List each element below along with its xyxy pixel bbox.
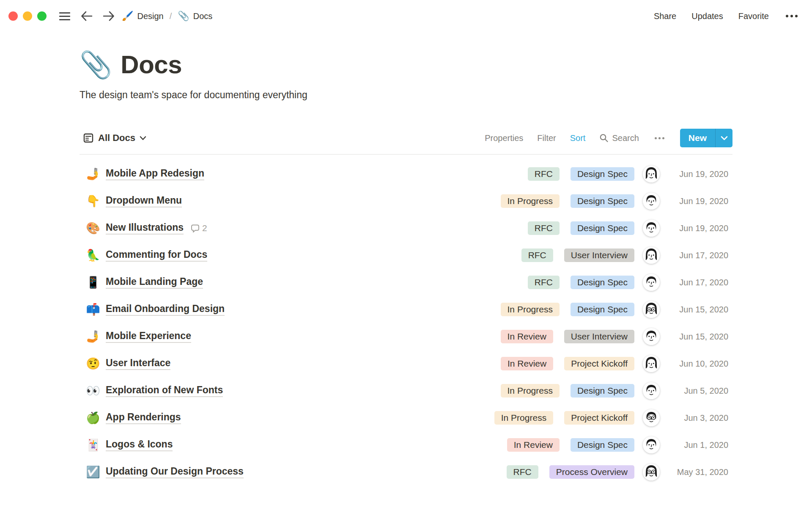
status-badge[interactable]: In Progress (501, 384, 560, 398)
more-options-button[interactable] (784, 13, 799, 19)
avatar (643, 436, 660, 453)
zoom-window-button[interactable] (37, 11, 47, 21)
doc-title-link[interactable]: Mobile Experience (106, 330, 191, 343)
status-badge[interactable]: In Review (501, 330, 553, 343)
status-badge[interactable]: In Review (507, 438, 560, 452)
assignee-cell[interactable] (642, 436, 661, 453)
doc-title-link[interactable]: App Renderings (106, 411, 181, 424)
status-badge[interactable]: RFC (528, 221, 560, 235)
doc-date[interactable]: Jun 19, 2020 (661, 224, 728, 233)
assignee-cell[interactable] (642, 355, 661, 372)
sort-button[interactable]: Sort (570, 133, 586, 143)
doc-title-link[interactable]: Dropdown Menu (106, 195, 182, 207)
avatar (643, 409, 660, 426)
doc-date[interactable]: Jun 17, 2020 (661, 278, 728, 287)
doc-title-link[interactable]: New Illustrations (106, 222, 184, 235)
minimize-window-button[interactable] (23, 11, 32, 21)
new-button[interactable]: New (680, 129, 715, 147)
doc-type-badge[interactable]: Design Spec (571, 303, 634, 316)
doc-type-badge[interactable]: Project Kickoff (564, 411, 634, 425)
status-badge[interactable]: RFC (507, 465, 538, 479)
assignee-cell[interactable] (642, 193, 661, 210)
comment-count[interactable]: 2 (190, 223, 207, 233)
doc-date[interactable]: May 31, 2020 (661, 467, 728, 477)
status-badge[interactable]: In Progress (501, 303, 560, 316)
doc-date[interactable]: Jun 17, 2020 (661, 251, 728, 260)
status-badge[interactable]: RFC (528, 167, 560, 181)
doc-date[interactable]: Jun 19, 2020 (661, 169, 728, 179)
avatar (643, 355, 660, 372)
collection-more-button[interactable] (653, 135, 666, 141)
filter-button[interactable]: Filter (537, 133, 556, 143)
favorite-button[interactable]: Favorite (738, 11, 769, 21)
status-badge[interactable]: RFC (521, 248, 553, 262)
page-title[interactable]: Docs (121, 50, 182, 79)
doc-date[interactable]: Jun 1, 2020 (661, 440, 728, 450)
assignee-cell[interactable] (642, 328, 661, 345)
doc-emoji-icon: 🃏 (85, 439, 101, 451)
assignee-cell[interactable] (642, 301, 661, 318)
doc-row: 🍏App RenderingsIn ProgressProject Kickof… (80, 404, 732, 431)
doc-type-badge[interactable]: Design Spec (571, 194, 634, 208)
doc-title-link[interactable]: Updating Our Design Process (106, 466, 244, 478)
doc-date[interactable]: Jun 15, 2020 (661, 305, 728, 315)
doc-title-link[interactable]: Logos & Icons (106, 439, 173, 451)
doc-title-link[interactable]: User Interface (106, 357, 170, 370)
doc-type-badge[interactable]: Design Spec (571, 221, 634, 235)
doc-type-badge[interactable]: Design Spec (571, 167, 634, 181)
sidebar-menu-icon[interactable] (58, 11, 72, 22)
back-button[interactable] (80, 9, 94, 23)
page-subtitle[interactable]: The design team's space for documenting … (80, 89, 732, 101)
properties-button[interactable]: Properties (485, 133, 523, 143)
doc-date[interactable]: Jun 3, 2020 (661, 413, 728, 423)
search-button[interactable]: Search (599, 133, 639, 143)
doc-type-badge[interactable]: Design Spec (571, 276, 634, 289)
arrow-left-icon (80, 11, 93, 22)
doc-type-badge[interactable]: Project Kickoff (564, 357, 634, 370)
assignee-cell[interactable] (642, 382, 661, 399)
doc-type-badge[interactable]: Design Spec (571, 438, 634, 452)
avatar (643, 301, 660, 318)
assignee-cell[interactable] (642, 409, 661, 426)
doc-title-link[interactable]: Email Onboarding Design (106, 303, 225, 316)
new-dropdown-button[interactable] (716, 129, 732, 147)
doc-emoji-icon: 👇 (85, 196, 101, 207)
status-badge[interactable]: In Review (501, 357, 553, 370)
doc-type-badge[interactable]: Design Spec (571, 384, 634, 398)
doc-type-badge[interactable]: User Interview (564, 330, 634, 343)
status-badge[interactable]: In Progress (501, 194, 560, 208)
status-badge[interactable]: RFC (528, 276, 560, 289)
doc-type-badge[interactable]: Process Overview (549, 465, 634, 479)
breadcrumb-item-design[interactable]: 🖌️ Design (122, 11, 164, 21)
assignee-cell[interactable] (642, 247, 661, 264)
doc-date[interactable]: Jun 5, 2020 (661, 386, 728, 396)
comment-bubble-icon (190, 224, 200, 233)
new-button-group: New (680, 129, 732, 147)
close-window-button[interactable] (8, 11, 18, 21)
doc-title-link[interactable]: Mobile Landing Page (106, 276, 203, 289)
doc-date[interactable]: Jun 10, 2020 (661, 359, 728, 369)
assignee-cell[interactable] (642, 220, 661, 237)
view-switcher[interactable]: All Docs (80, 133, 146, 144)
page-paperclip-icon[interactable]: 📎 (80, 52, 112, 78)
breadcrumb-item-docs[interactable]: 📎 Docs (178, 11, 212, 21)
status-badge[interactable]: In Progress (494, 411, 553, 425)
doc-emoji-icon: 👀 (85, 385, 101, 397)
doc-row: 🤳Mobile App RedesignRFCDesign SpecJun 19… (80, 160, 732, 188)
assignee-cell[interactable] (642, 464, 661, 480)
doc-title-link[interactable]: Mobile App Redesign (106, 168, 204, 180)
avatar (643, 247, 660, 264)
doc-date[interactable]: Jun 15, 2020 (661, 332, 728, 342)
doc-row: 🦜Commenting for DocsRFCUser InterviewJun… (80, 242, 732, 269)
assignee-cell[interactable] (642, 274, 661, 291)
doc-emoji-icon: 🤳 (85, 168, 101, 180)
share-button[interactable]: Share (654, 11, 676, 21)
forward-button[interactable] (102, 9, 116, 23)
doc-title-link[interactable]: Commenting for Docs (106, 249, 207, 262)
updates-button[interactable]: Updates (691, 11, 723, 21)
assignee-cell[interactable] (642, 166, 661, 182)
search-label: Search (612, 133, 639, 143)
doc-date[interactable]: Jun 19, 2020 (661, 196, 728, 206)
doc-type-badge[interactable]: User Interview (564, 248, 634, 262)
doc-title-link[interactable]: Exploration of New Fonts (106, 384, 223, 397)
